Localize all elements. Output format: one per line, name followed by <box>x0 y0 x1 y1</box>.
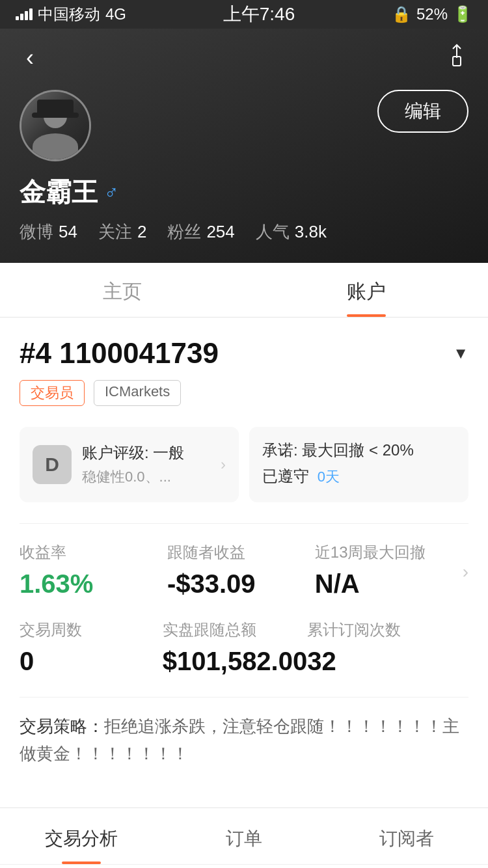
stat-subscriptions: 累计订阅次数 32 <box>307 619 450 676</box>
carrier-label: 中国移动 <box>38 4 100 25</box>
weibo-value: 54 <box>59 222 77 242</box>
yield-label: 收益率 <box>20 542 167 563</box>
bottom-tab-analysis[interactable]: 交易分析 <box>0 808 163 864</box>
user-name: 金霸王 <box>20 174 98 210</box>
stats-row-2: 交易周数 0 实盘跟随总额 $101,582.00 累计订阅次数 32 <box>20 619 468 676</box>
avatar-image <box>21 92 89 159</box>
rating-subtitle: 稳健性0.0、... <box>82 467 210 487</box>
tab-bar: 主页 账户 <box>0 263 488 318</box>
fans-stat: 粉丝 254 <box>167 221 234 243</box>
promise-subtitle: 已遵守 0天 <box>262 466 455 487</box>
cards-row: D 账户评级: 一般 稳健性0.0、... › 承诺: 最大回撤 < 20% 已… <box>20 427 468 502</box>
account-tags: 交易员 ICMarkets <box>20 380 468 406</box>
max-drawdown-label: 近13周最大回撤 <box>315 542 463 563</box>
main-content: #4 1100041739 ▼ 交易员 ICMarkets D 账户评级: 一般… <box>0 318 488 807</box>
fans-label: 粉丝 <box>167 221 201 243</box>
battery-icon: 🔋 <box>453 5 472 23</box>
status-right: 🔒 52% 🔋 <box>392 5 472 23</box>
profile-name-row: 金霸王 ♂ <box>20 174 468 210</box>
follow-stat: 关注 2 <box>98 221 146 243</box>
fans-value: 254 <box>206 222 234 242</box>
dropdown-arrow-icon: ▼ <box>453 344 468 362</box>
tab-main-page[interactable]: 主页 <box>0 263 244 317</box>
stat-yield: 收益率 1.63% <box>20 542 167 599</box>
follow-label: 关注 <box>98 221 132 243</box>
bottom-tabs: 交易分析 订单 订阅者 <box>0 807 488 864</box>
rating-arrow-icon: › <box>221 455 226 474</box>
popularity-stat: 人气 3.8k <box>256 221 327 243</box>
follower-profit-label: 跟随者收益 <box>167 542 315 563</box>
avatar <box>20 90 91 161</box>
promise-card: 承诺: 最大回撤 < 20% 已遵守 0天 <box>249 427 468 502</box>
gender-icon: ♂ <box>104 182 119 204</box>
follower-profit-value: -$33.09 <box>167 569 315 599</box>
strategy-label: 交易策略： <box>20 716 104 736</box>
subscriptions-value: 32 <box>307 647 450 676</box>
yield-value: 1.63% <box>20 569 167 599</box>
stat-total-follow: 实盘跟随总额 $101,582.00 <box>163 619 307 676</box>
max-drawdown-value: N/A <box>315 569 463 599</box>
lock-icon: 🔒 <box>392 5 411 23</box>
subscriptions-label: 累计订阅次数 <box>307 619 450 640</box>
status-bar: 中国移动 4G 上午7:46 🔒 52% 🔋 <box>0 0 488 29</box>
profile-main: 编辑 <box>20 90 468 161</box>
hat-decoration <box>37 100 74 114</box>
bottom-tab-subscribers[interactable]: 订阅者 <box>325 808 488 864</box>
stats-nav-arrow-icon[interactable]: › <box>463 542 468 582</box>
popularity-label: 人气 <box>256 221 290 243</box>
stat-trade-weeks: 交易周数 0 <box>20 619 163 676</box>
rating-content: 账户评级: 一般 稳健性0.0、... <box>82 442 210 487</box>
popularity-value: 3.8k <box>295 222 327 242</box>
promise-value: 0天 <box>318 468 340 485</box>
follow-value: 2 <box>137 222 146 242</box>
total-follow-value: $101,582.00 <box>163 647 307 676</box>
status-left: 中国移动 4G <box>16 4 126 25</box>
footer-hint: 上次更新时间 2019/09/26 06:30 (GMT+08:00) <box>0 864 488 868</box>
back-button[interactable]: ‹ <box>20 42 40 74</box>
strategy-section: 交易策略：拒绝追涨杀跌，注意轻仓跟随！！！！！！！主做黄金！！！！！！！ <box>20 697 468 767</box>
rating-card[interactable]: D 账户评级: 一般 稳健性0.0、... › <box>20 427 239 502</box>
weibo-label: 微博 <box>20 221 53 243</box>
trade-weeks-label: 交易周数 <box>20 619 163 640</box>
rating-icon: D <box>33 445 72 484</box>
svg-rect-0 <box>453 57 461 66</box>
total-follow-label: 实盘跟随总额 <box>163 619 307 640</box>
tab-account[interactable]: 账户 <box>244 263 488 317</box>
stat-max-drawdown: 近13周最大回撤 N/A <box>315 542 463 599</box>
strategy-text: 交易策略：拒绝追涨杀跌，注意轻仓跟随！！！！！！！主做黄金！！！！！！！ <box>20 713 468 767</box>
profile-header: ‹ 编辑 金霸王 ♂ 微博 54 关注 2 粉丝 <box>0 29 488 263</box>
stats-grid: 收益率 1.63% 跟随者收益 -$33.09 近13周最大回撤 N/A › 交… <box>20 523 468 676</box>
share-button[interactable] <box>445 44 468 72</box>
rating-title: 账户评级: 一般 <box>82 442 210 463</box>
stats-row-1: 收益率 1.63% 跟随者收益 -$33.09 近13周最大回撤 N/A › <box>20 542 468 599</box>
trade-weeks-value: 0 <box>20 647 163 676</box>
account-id: #4 1100041739 <box>20 337 219 370</box>
signal-icon <box>16 8 33 20</box>
promise-title: 承诺: 最大回撤 < 20% <box>262 440 455 461</box>
time-label: 上午7:46 <box>223 2 295 27</box>
network-label: 4G <box>105 5 126 23</box>
edit-button[interactable]: 编辑 <box>377 90 468 133</box>
account-selector[interactable]: #4 1100041739 ▼ <box>20 337 468 370</box>
stat-follower-profit: 跟随者收益 -$33.09 <box>167 542 315 599</box>
tag-trader: 交易员 <box>20 380 85 406</box>
battery-label: 52% <box>416 5 448 23</box>
tag-icmarkets: ICMarkets <box>94 380 181 406</box>
header-nav: ‹ <box>20 42 468 74</box>
profile-stats-row: 微博 54 关注 2 粉丝 254 人气 3.8k <box>20 221 468 243</box>
bottom-tab-orders[interactable]: 订单 <box>163 808 325 864</box>
weibo-stat: 微博 54 <box>20 221 77 243</box>
